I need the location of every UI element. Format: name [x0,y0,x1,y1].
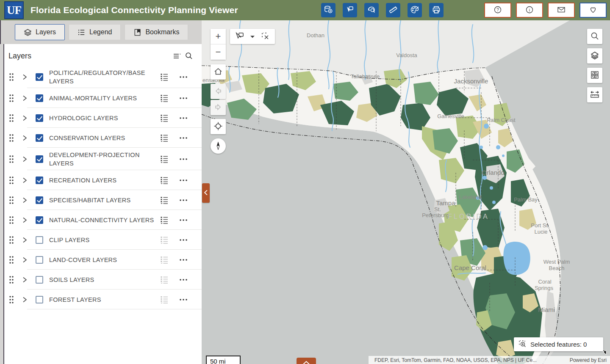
drag-handle-icon[interactable] [8,94,15,103]
legend-list-icon[interactable] [160,216,169,224]
options-menu-icon[interactable] [179,218,188,222]
uf-logo[interactable]: UF [4,1,24,19]
tab-bookmarks[interactable]: Bookmarks [125,24,188,40]
compass-button[interactable] [211,138,226,154]
drag-handle-icon[interactable] [8,176,15,185]
drag-handle-icon[interactable] [8,215,15,225]
options-menu-icon[interactable] [179,116,188,120]
locate-button[interactable] [211,119,226,134]
measure-button[interactable] [386,3,400,17]
drag-handle-icon[interactable] [8,113,15,123]
layer-visibility-checkbox[interactable] [36,256,43,264]
legend-list-icon[interactable] [160,94,169,102]
tab-layers[interactable]: Layers [15,24,65,40]
layer-visibility-checkbox[interactable] [36,196,43,204]
legend-list-icon[interactable] [160,196,169,204]
expand-chevron-icon[interactable] [20,74,29,80]
drag-handle-icon[interactable] [8,235,15,245]
options-menu-icon[interactable] [179,298,188,301]
basemap-layers-button[interactable] [587,48,602,63]
legend-list-icon[interactable] [160,114,169,122]
favorite-button[interactable] [580,3,607,18]
measure-scale-button[interactable] [587,87,602,102]
select-tool-dropdown[interactable] [248,30,257,43]
search-icon[interactable] [183,51,195,61]
options-menu-icon[interactable] [179,199,188,202]
layer-visibility-checkbox[interactable] [36,176,43,184]
expand-chevron-icon[interactable] [20,256,29,263]
layer-visibility-checkbox[interactable] [36,296,43,303]
home-button[interactable] [211,64,226,80]
options-menu-icon[interactable] [179,136,188,140]
select-tool-button[interactable] [233,30,247,43]
drag-handle-icon[interactable] [8,295,15,304]
clear-selection-button[interactable] [258,30,272,43]
zoom-in-button[interactable]: + [211,29,226,44]
print-button[interactable] [429,3,444,17]
expand-chevron-icon[interactable] [20,197,29,204]
layer-visibility-checkbox[interactable] [36,94,43,102]
legend-list-icon[interactable] [160,176,169,185]
layer-visibility-checkbox[interactable] [36,236,43,244]
extent-grid-button[interactable] [587,68,602,83]
drag-handle-icon[interactable] [8,255,15,265]
selected-features-badge[interactable]: Selected features: 0 [514,337,603,351]
layer-visibility-checkbox[interactable] [36,134,43,142]
next-extent-button[interactable] [211,100,226,115]
expand-bottom-panel-button[interactable] [297,358,316,364]
map-search-button[interactable] [587,29,602,44]
filter-sort-icon[interactable] [171,51,183,61]
legend-list-icon[interactable] [160,236,169,244]
previous-extent-button[interactable] [211,84,226,99]
layer-row: ANIMAL-MORTALITY LAYERS [3,88,202,108]
expand-chevron-icon[interactable] [20,296,29,303]
svg-text:Beach: Beach [549,265,565,271]
layer-visibility-checkbox[interactable] [36,216,43,224]
options-menu-icon[interactable] [179,278,188,281]
expand-chevron-icon[interactable] [20,177,29,184]
options-menu-icon[interactable] [179,238,188,242]
expand-chevron-icon[interactable] [20,156,29,163]
options-menu-icon[interactable] [179,75,188,79]
tab-legend[interactable]: Legend [69,24,121,40]
expand-chevron-icon[interactable] [20,217,29,223]
refresh-search-button[interactable] [364,3,379,17]
expand-chevron-icon[interactable] [20,115,29,121]
legend-list-icon[interactable] [160,256,169,264]
layer-label: SPECIES/HABITAT LAYERS [49,196,160,204]
draw-button[interactable] [408,3,422,17]
drag-handle-icon[interactable] [8,196,15,205]
info-button[interactable]: i [516,3,543,18]
layer-visibility-checkbox[interactable] [36,276,43,284]
expand-chevron-icon[interactable] [20,135,29,141]
options-menu-icon[interactable] [179,258,188,262]
map-canvas[interactable]: ensacola Dothan Valdosta Tallahassee Jac… [202,20,610,364]
layer-label: POLITICAL/REGULATORY/BASE LAYERS [49,69,160,85]
drag-handle-icon[interactable] [8,275,15,284]
drag-handle-icon[interactable] [8,133,15,143]
zoom-out-button[interactable]: − [211,44,226,60]
options-menu-icon[interactable] [179,157,188,161]
legend-list-icon[interactable] [160,73,169,81]
layer-visibility-checkbox[interactable] [36,114,43,122]
drag-handle-icon[interactable] [8,72,15,82]
layer-visibility-checkbox[interactable] [36,73,43,81]
layer-visibility-checkbox[interactable] [36,155,43,163]
legend-list-icon[interactable] [160,155,169,163]
contact-button[interactable] [548,3,575,18]
add-data-button[interactable] [321,3,336,17]
options-menu-icon[interactable] [179,97,188,100]
expand-chevron-icon[interactable] [20,237,29,243]
options-menu-icon[interactable] [179,179,188,182]
drag-handle-icon[interactable] [8,154,15,164]
select-features-button[interactable] [343,3,357,17]
expand-chevron-icon[interactable] [20,276,29,283]
help-button[interactable]: ? [484,3,511,18]
legend-list-icon[interactable] [160,134,169,142]
powered-by-esri[interactable]: Powered by Esri [570,357,607,363]
layer-label: DEVELOPMENT-PROJECTION LAYERS [49,151,160,168]
legend-list-icon[interactable] [160,295,169,304]
expand-chevron-icon[interactable] [20,95,29,102]
legend-list-icon[interactable] [160,276,169,284]
collapse-panel-button[interactable] [202,183,210,203]
